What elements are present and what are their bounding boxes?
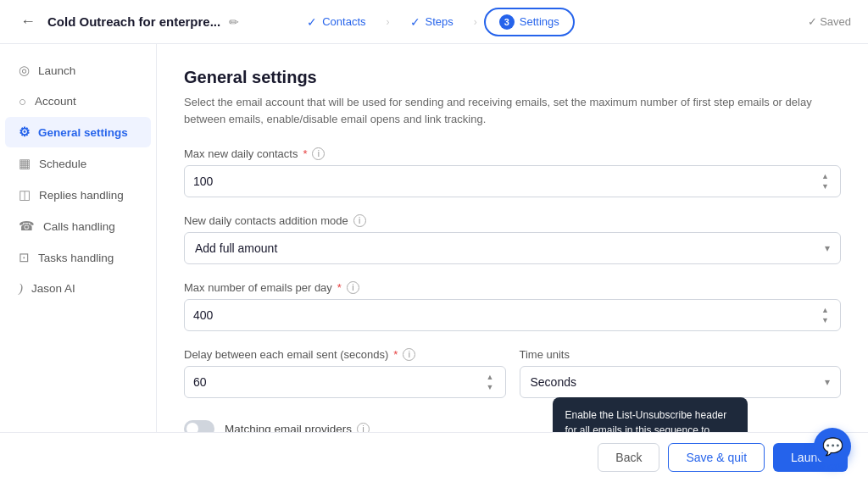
layout: ◎ Launch ○ Account ⚙ General settings ▦ … — [0, 44, 868, 432]
sidebar-item-account-label: Account — [35, 95, 76, 108]
time-units-label: Time units — [520, 348, 842, 361]
max-daily-contacts-input[interactable] — [193, 175, 819, 188]
topbar: ← Cold Outreach for enterpre... ✏ ✓ Cont… — [0, 0, 868, 44]
max-emails-per-day-info-icon[interactable]: i — [347, 281, 359, 294]
spinner-up-2[interactable]: ▲ — [819, 306, 832, 315]
sidebar-item-replies-handling[interactable]: ◫ Replies handling — [5, 180, 151, 210]
sidebar-item-schedule-label: Schedule — [39, 158, 86, 170]
back-nav-button[interactable]: ← — [17, 9, 39, 34]
delay-seconds-field: Delay between each email sent (seconds) … — [184, 348, 506, 398]
campaign-title: Cold Outreach for enterpre... — [47, 14, 220, 29]
main-content: General settings Select the email accoun… — [157, 44, 868, 432]
chat-icon: 💬 — [822, 436, 843, 457]
account-icon: ○ — [19, 94, 26, 108]
sidebar-item-account[interactable]: ○ Account — [5, 86, 151, 116]
daily-contacts-mode-label: New daily contacts addition mode i — [184, 214, 841, 227]
sidebar-item-calls-handling-label: Calls handling — [43, 220, 115, 233]
daily-contacts-mode-field: New daily contacts addition mode i Add f… — [184, 214, 841, 264]
step-steps-check: ✓ — [410, 15, 420, 29]
matching-email-toggle[interactable] — [184, 420, 214, 432]
calls-handling-icon: ☎ — [19, 219, 35, 234]
max-emails-per-day-input[interactable] — [193, 308, 819, 322]
save-quit-button[interactable]: Save & quit — [668, 443, 765, 472]
step-contacts-label: Contacts — [322, 15, 365, 28]
arrow-sep-2: › — [474, 16, 477, 28]
spinner-down-3[interactable]: ▼ — [484, 383, 497, 392]
max-daily-contacts-info-icon[interactable]: i — [312, 147, 325, 160]
saved-label: ✓ Saved — [808, 15, 851, 28]
back-button[interactable]: Back — [598, 443, 659, 472]
step-steps[interactable]: ✓ Steps — [397, 10, 467, 34]
general-settings-icon: ⚙ — [19, 125, 30, 140]
max-daily-contacts-spinner: ▲ ▼ — [819, 172, 832, 191]
time-units-field: Time units Seconds ▾ — [520, 348, 842, 398]
toggles-section: Matching email providers i Disable opens… — [184, 412, 841, 432]
matching-email-slider — [184, 420, 214, 432]
max-emails-spinner: ▲ ▼ — [819, 306, 832, 325]
sidebar-item-replies-handling-label: Replies handling — [39, 189, 124, 202]
topbar-right: ✓ Saved — [575, 15, 851, 28]
sidebar-item-calls-handling[interactable]: ☎ Calls handling — [5, 211, 151, 241]
topbar-steps: ✓ Contacts › ✓ Steps › 3 Settings — [293, 8, 575, 36]
max-daily-contacts-input-wrapper: ▲ ▼ — [184, 165, 841, 197]
sidebar-item-launch-label: Launch — [38, 64, 75, 77]
required-asterisk-2: * — [337, 281, 342, 294]
chat-bubble[interactable]: 💬 — [814, 428, 851, 465]
sidebar-item-jason-ai[interactable]: ) Jason AI — [5, 274, 151, 303]
delay-seconds-label: Delay between each email sent (seconds) … — [184, 348, 506, 361]
chevron-down-icon: ▾ — [825, 242, 830, 254]
replies-handling-icon: ◫ — [19, 187, 31, 202]
sidebar-item-general-settings-label: General settings — [38, 126, 128, 139]
daily-contacts-mode-value: Add full amount — [195, 241, 277, 255]
sidebar-item-tasks-handling[interactable]: ⊡ Tasks handling — [5, 242, 151, 273]
page-title: General settings — [184, 68, 841, 87]
step-contacts-check: ✓ — [307, 15, 317, 29]
required-asterisk: * — [303, 147, 307, 160]
step-steps-label: Steps — [426, 15, 453, 28]
launch-icon: ◎ — [19, 63, 30, 78]
sidebar: ◎ Launch ○ Account ⚙ General settings ▦ … — [0, 44, 157, 432]
max-daily-contacts-field: Max new daily contacts * i ▲ ▼ — [184, 147, 841, 197]
spinner-up[interactable]: ▲ — [819, 172, 832, 181]
footer: Back Save & quit Launch — [0, 432, 868, 482]
sidebar-item-tasks-handling-label: Tasks handling — [38, 252, 114, 264]
spinner-up-3[interactable]: ▲ — [484, 373, 497, 382]
page-description: Select the email account that will be us… — [184, 94, 828, 127]
daily-contacts-mode-info-icon[interactable]: i — [353, 214, 366, 227]
delay-time-row: Delay between each email sent (seconds) … — [184, 348, 841, 398]
max-daily-contacts-label: Max new daily contacts * i — [184, 147, 841, 160]
step-contacts[interactable]: ✓ Contacts — [293, 10, 379, 34]
delay-spinner: ▲ ▼ — [484, 373, 497, 392]
step-settings-number: 3 — [499, 14, 515, 30]
sidebar-item-general-settings[interactable]: ⚙ General settings — [5, 117, 151, 147]
time-units-select[interactable]: Seconds ▾ — [520, 366, 842, 398]
schedule-icon: ▦ — [19, 156, 31, 171]
sidebar-item-jason-ai-label: Jason AI — [31, 282, 75, 295]
sidebar-item-schedule[interactable]: ▦ Schedule — [5, 148, 151, 179]
matching-email-toggle-row: Matching email providers i — [184, 412, 841, 432]
time-units-value: Seconds — [531, 375, 576, 389]
step-settings-label: Settings — [520, 15, 559, 28]
spinner-down-2[interactable]: ▼ — [819, 316, 832, 325]
jason-ai-icon: ) — [19, 281, 23, 296]
edit-icon[interactable]: ✏ — [229, 15, 239, 29]
delay-seconds-info-icon[interactable]: i — [403, 348, 415, 361]
max-emails-per-day-field: Max number of emails per day * i ▲ ▼ — [184, 281, 841, 331]
arrow-sep-1: › — [387, 16, 390, 28]
step-settings[interactable]: 3 Settings — [484, 8, 575, 36]
matching-email-label: Matching email providers i — [225, 423, 370, 433]
max-emails-per-day-label: Max number of emails per day * i — [184, 281, 841, 294]
spinner-down[interactable]: ▼ — [819, 182, 832, 191]
required-asterisk-3: * — [393, 348, 398, 361]
tasks-handling-icon: ⊡ — [19, 250, 30, 265]
time-units-chevron-down-icon: ▾ — [825, 376, 830, 388]
max-emails-per-day-input-wrapper: ▲ ▼ — [184, 299, 841, 331]
matching-email-info-icon[interactable]: i — [357, 423, 370, 433]
delay-seconds-input-wrapper: ▲ ▼ — [184, 366, 506, 398]
delay-seconds-input[interactable] — [193, 375, 484, 389]
sidebar-item-launch[interactable]: ◎ Launch — [5, 55, 151, 86]
topbar-left: ← Cold Outreach for enterpre... ✏ — [17, 9, 293, 34]
daily-contacts-mode-select[interactable]: Add full amount ▾ — [184, 232, 841, 264]
